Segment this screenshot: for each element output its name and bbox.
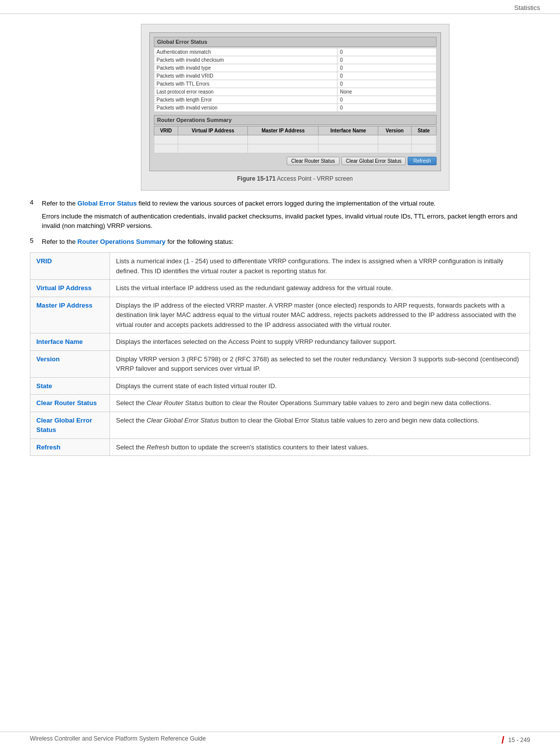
step4-num: 4 — [30, 199, 38, 206]
step4-para2: Errors include the mismatch of authentic… — [42, 212, 530, 231]
figure-container: Global Error Status Authentication misma… — [141, 24, 449, 191]
error-table-row: Last protocol error reasonNone — [154, 88, 436, 96]
ops-data-row-1 — [154, 135, 436, 144]
step5-text: Refer to the Router Operations Summary f… — [42, 237, 530, 247]
ops-col-header: VRID — [154, 126, 178, 135]
global-error-table: Authentication mismatch0Packets with inv… — [154, 48, 437, 112]
step4-before: Refer to the — [42, 200, 78, 207]
header-title: Statistics — [514, 4, 540, 11]
figure-wrapper: Global Error Status Authentication misma… — [30, 24, 530, 196]
main-content: Global Error Status Authentication misma… — [0, 14, 560, 486]
error-table-row: Packets with invalid checksum0 — [154, 56, 436, 64]
step5-after: for the following status: — [166, 238, 234, 245]
figure-inner: Global Error Status Authentication misma… — [149, 32, 441, 171]
step5-line: 5 Refer to the Router Operations Summary… — [30, 237, 530, 247]
ref-table-row: VRIDLists a numerical index (1 - 254) us… — [30, 253, 530, 280]
ref-table-row: StateDisplays the current state of each … — [30, 377, 530, 395]
ops-col-header: Version — [378, 126, 411, 135]
ref-desc: Lists the virtual interface IP address u… — [110, 280, 530, 297]
caption-label: Figure 15-171 — [237, 175, 275, 182]
error-table-row: Packets with length Error0 — [154, 96, 436, 104]
ops-col-header: Master IP Address — [248, 126, 319, 135]
caption-text: Access Point - VRRP screen — [276, 175, 353, 182]
clear-global-btn[interactable]: Clear Global Error Status — [341, 157, 406, 165]
ref-table-row: Master IP AddressDisplays the IP address… — [30, 297, 530, 333]
ref-desc: Select the Clear Router Status button to… — [110, 395, 530, 412]
ref-term: State — [30, 377, 110, 395]
footer-right: / 15 - 249 — [501, 735, 530, 745]
refresh-btn[interactable]: Refresh — [408, 157, 436, 165]
ref-table-row: Clear Router StatusSelect the Clear Rout… — [30, 395, 530, 412]
error-table-row: Packets with invalid version0 — [154, 104, 436, 112]
ref-desc: Select the Refresh button to update the … — [110, 438, 530, 456]
ref-term: Refresh — [30, 438, 110, 456]
figure-caption: Figure 15-171 Access Point - VRRP screen — [149, 175, 441, 182]
ref-desc: Display VRRP version 3 (RFC 5798) or 2 (… — [110, 350, 530, 377]
page-footer: Wireless Controller and Service Platform… — [0, 732, 560, 745]
ref-table-row: Interface NameDisplays the interfaces se… — [30, 333, 530, 351]
step4-block: 4 Refer to the Global Error Status field… — [30, 199, 530, 231]
error-table-row: Packets with invalid type0 — [154, 64, 436, 72]
footer-left: Wireless Controller and Service Platform… — [30, 735, 206, 745]
ref-term: Clear Router Status — [30, 395, 110, 412]
clear-router-btn[interactable]: Clear Router Status — [287, 157, 339, 165]
step5-highlight: Router Operations Summary — [78, 238, 166, 245]
ops-data-row-2 — [154, 144, 436, 153]
page-header: Statistics — [0, 0, 560, 14]
ref-table-row: Virtual IP AddressLists the virtual inte… — [30, 280, 530, 297]
screenshot-buttons: Clear Router Status Clear Global Error S… — [154, 155, 437, 167]
ops-col-header: Interface Name — [319, 126, 378, 135]
error-table-row: Packets with invalid VRID0 — [154, 72, 436, 80]
error-table-row: Authentication mismatch0 — [154, 48, 436, 56]
reference-table: VRIDLists a numerical index (1 - 254) us… — [30, 252, 530, 456]
ref-term: Virtual IP Address — [30, 280, 110, 297]
step5-before: Refer to the — [42, 238, 78, 245]
step4-highlight: Global Error Status — [78, 200, 137, 207]
ops-col-header: State — [411, 126, 436, 135]
ref-table-row: VersionDisplay VRRP version 3 (RFC 5798)… — [30, 350, 530, 377]
ref-term: Master IP Address — [30, 297, 110, 333]
step5-block: 5 Refer to the Router Operations Summary… — [30, 237, 530, 247]
footer-divider: / — [501, 735, 504, 745]
ref-table-row: RefreshSelect the Refresh button to upda… — [30, 438, 530, 456]
ref-table-row: Clear Global Error StatusSelect the Clea… — [30, 412, 530, 438]
step4-text: Refer to the Global Error Status field t… — [42, 199, 530, 209]
ops-col-header: Virtual IP Address — [178, 126, 248, 135]
step5-num: 5 — [30, 237, 38, 244]
global-error-section-title: Global Error Status — [154, 37, 437, 47]
ref-term: Interface Name — [30, 333, 110, 351]
ref-desc: Lists a numerical index (1 - 254) used t… — [110, 253, 530, 280]
router-ops-title: Router Operations Summary — [154, 115, 437, 125]
step4-line: 4 Refer to the Global Error Status field… — [30, 199, 530, 209]
footer-right-text: 15 - 249 — [508, 737, 530, 744]
ops-table: VRIDVirtual IP AddressMaster IP AddressI… — [154, 126, 437, 153]
ref-term: Version — [30, 350, 110, 377]
ref-desc: Displays the current state of each liste… — [110, 377, 530, 395]
ref-desc: Select the Clear Global Error Status but… — [110, 412, 530, 438]
ref-term: Clear Global Error Status — [30, 412, 110, 438]
step4-after: field to review the various sources of p… — [137, 200, 436, 207]
ref-desc: Displays the interfaces selected on the … — [110, 333, 530, 351]
ref-desc: Displays the IP address of the elected V… — [110, 297, 530, 333]
ref-term: VRID — [30, 253, 110, 280]
error-table-row: Packets with TTL Errors0 — [154, 80, 436, 88]
